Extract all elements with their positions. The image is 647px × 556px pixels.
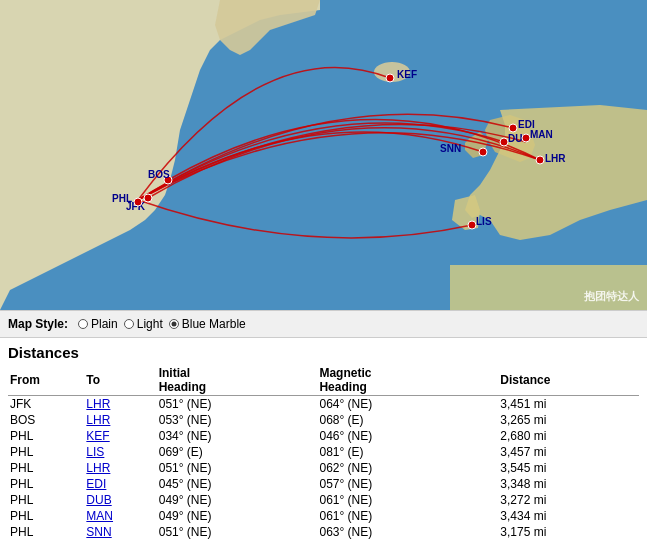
svg-text:SNN: SNN <box>440 143 461 154</box>
table-row: PHLDUB049° (NE)061° (NE)3,272 mi <box>8 492 639 508</box>
cell-initial-heading: 034° (NE) <box>157 428 318 444</box>
cell-from: JFK <box>8 396 84 413</box>
cell-distance: 3,175 mi <box>498 524 639 540</box>
cell-from: PHL <box>8 492 84 508</box>
svg-point-9 <box>144 194 152 202</box>
cell-distance: 2,680 mi <box>498 428 639 444</box>
table-row: PHLLHR051° (NE)062° (NE)3,545 mi <box>8 460 639 476</box>
style-light-label: Light <box>137 317 163 331</box>
cell-from: PHL <box>8 444 84 460</box>
svg-text:LIS: LIS <box>476 216 492 227</box>
svg-text:PHL: PHL <box>112 193 132 204</box>
col-header-from: From <box>8 365 84 396</box>
cell-initial-heading: 051° (NE) <box>157 396 318 413</box>
cell-magnetic-heading: 081° (E) <box>317 444 498 460</box>
style-plain-radio[interactable] <box>78 319 88 329</box>
style-light-option[interactable]: Light <box>124 317 163 331</box>
col-header-magnetic-heading: Magnetic Heading <box>317 365 498 396</box>
cell-initial-heading: 049° (NE) <box>157 492 318 508</box>
svg-point-19 <box>509 124 517 132</box>
map-svg: JFK BOS PHL KEF LHR EDI DUB MAN SNN LIS <box>0 0 647 310</box>
cell-to[interactable]: LIS <box>84 444 156 460</box>
cell-distance: 3,265 mi <box>498 412 639 428</box>
table-row: PHLMAN049° (NE)061° (NE)3,434 mi <box>8 508 639 524</box>
cell-to[interactable]: LHR <box>84 460 156 476</box>
cell-magnetic-heading: 063° (NE) <box>317 524 498 540</box>
cell-from: PHL <box>8 476 84 492</box>
cell-distance: 3,272 mi <box>498 492 639 508</box>
svg-text:MAN: MAN <box>530 129 553 140</box>
cell-magnetic-heading: 057° (NE) <box>317 476 498 492</box>
map-style-label: Map Style: <box>8 317 68 331</box>
style-bluemarble-label: Blue Marble <box>182 317 246 331</box>
distances-table: From To Initial Heading Magnetic Heading… <box>8 365 639 540</box>
cell-to[interactable]: MAN <box>84 508 156 524</box>
col-header-initial-heading: Initial Heading <box>157 365 318 396</box>
cell-initial-heading: 049° (NE) <box>157 508 318 524</box>
distances-section: Distances From To Initial Heading Magnet… <box>0 338 647 546</box>
col-header-distance: Distance <box>498 365 639 396</box>
cell-initial-heading: 053° (NE) <box>157 412 318 428</box>
cell-initial-heading: 069° (E) <box>157 444 318 460</box>
cell-magnetic-heading: 061° (NE) <box>317 508 498 524</box>
cell-magnetic-heading: 046° (NE) <box>317 428 498 444</box>
cell-magnetic-heading: 064° (NE) <box>317 396 498 413</box>
col-header-to: To <box>84 365 156 396</box>
svg-text:KEF: KEF <box>397 69 417 80</box>
svg-text:BOS: BOS <box>148 169 170 180</box>
map-style-bar: Map Style: Plain Light Blue Marble <box>0 310 647 338</box>
cell-from: PHL <box>8 428 84 444</box>
cell-distance: 3,545 mi <box>498 460 639 476</box>
svg-point-23 <box>522 134 530 142</box>
cell-distance: 3,434 mi <box>498 508 639 524</box>
table-row: JFKLHR051° (NE)064° (NE)3,451 mi <box>8 396 639 413</box>
cell-initial-heading: 051° (NE) <box>157 460 318 476</box>
cell-from: PHL <box>8 460 84 476</box>
style-bluemarble-option[interactable]: Blue Marble <box>169 317 246 331</box>
style-bluemarble-radio[interactable] <box>169 319 179 329</box>
table-row: PHLEDI045° (NE)057° (NE)3,348 mi <box>8 476 639 492</box>
style-plain-option[interactable]: Plain <box>78 317 118 331</box>
distances-title: Distances <box>8 344 639 361</box>
cell-distance: 3,457 mi <box>498 444 639 460</box>
style-plain-label: Plain <box>91 317 118 331</box>
svg-point-17 <box>536 156 544 164</box>
svg-point-13 <box>134 198 142 206</box>
cell-initial-heading: 051° (NE) <box>157 524 318 540</box>
svg-point-15 <box>386 74 394 82</box>
cell-from: BOS <box>8 412 84 428</box>
cell-to[interactable]: LHR <box>84 396 156 413</box>
cell-magnetic-heading: 061° (NE) <box>317 492 498 508</box>
cell-magnetic-heading: 062° (NE) <box>317 460 498 476</box>
cell-to[interactable]: SNN <box>84 524 156 540</box>
cell-to[interactable]: EDI <box>84 476 156 492</box>
svg-point-27 <box>468 221 476 229</box>
cell-to[interactable]: LHR <box>84 412 156 428</box>
distances-tbody: JFKLHR051° (NE)064° (NE)3,451 miBOSLHR05… <box>8 396 639 541</box>
table-header-row: From To Initial Heading Magnetic Heading… <box>8 365 639 396</box>
cell-from: PHL <box>8 508 84 524</box>
cell-from: PHL <box>8 524 84 540</box>
svg-point-25 <box>479 148 487 156</box>
cell-distance: 3,451 mi <box>498 396 639 413</box>
cell-distance: 3,348 mi <box>498 476 639 492</box>
table-row: PHLSNN051° (NE)063° (NE)3,175 mi <box>8 524 639 540</box>
table-row: PHLLIS069° (E)081° (E)3,457 mi <box>8 444 639 460</box>
svg-point-21 <box>500 138 508 146</box>
cell-initial-heading: 045° (NE) <box>157 476 318 492</box>
cell-magnetic-heading: 068° (E) <box>317 412 498 428</box>
svg-text:LHR: LHR <box>545 153 566 164</box>
style-light-radio[interactable] <box>124 319 134 329</box>
map-container: JFK BOS PHL KEF LHR EDI DUB MAN SNN LIS … <box>0 0 647 310</box>
table-row: PHLKEF034° (NE)046° (NE)2,680 mi <box>8 428 639 444</box>
cell-to[interactable]: DUB <box>84 492 156 508</box>
table-row: BOSLHR053° (NE)068° (E)3,265 mi <box>8 412 639 428</box>
watermark-text: 抱团特达人 <box>584 289 639 304</box>
cell-to[interactable]: KEF <box>84 428 156 444</box>
